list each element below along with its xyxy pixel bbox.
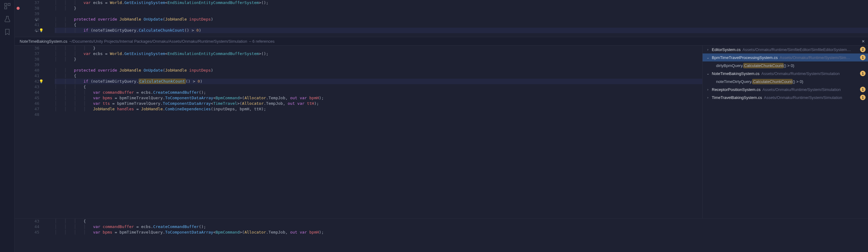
line-number[interactable]: 42💡 — [15, 79, 39, 84]
ref-header-path: ~/Documents/Unity Projects/Internal Pack… — [69, 39, 247, 44]
code-line[interactable]: │ │ │ { — [55, 84, 702, 90]
reference-file-item[interactable]: ›ReceptorPositionSystem.csAssets/Onmaku/… — [703, 85, 868, 93]
code-line[interactable]: │ │ │ var ecbs = World.GetExistingSystem… — [55, 51, 702, 57]
code-line[interactable]: │ │ { — [55, 22, 868, 28]
breakpoint-icon[interactable] — [17, 7, 20, 10]
reference-filename: EditorSystem.cs — [712, 47, 741, 52]
code-line[interactable] — [55, 62, 702, 67]
reference-filename: ReceptorPositionSystem.cs — [712, 87, 761, 92]
chevron-down-icon[interactable]: ⌄ — [34, 17, 39, 22]
references-panel[interactable]: ›EditorSystem.csAssets/Onmaku/Runtime/Si… — [702, 46, 868, 218]
code-line[interactable]: │ │ │ │ var bpms = bpmTimeTravelQuery.To… — [55, 229, 868, 235]
line-number[interactable]: 40⌄ — [15, 17, 39, 22]
line-number[interactable]: 39 — [15, 11, 39, 17]
line-number[interactable]: 43 — [15, 84, 39, 90]
lightbulb-icon[interactable]: 💡 — [39, 79, 43, 84]
activity-bar — [0, 0, 15, 252]
reference-filename: NoteTimeBakingSystem.cs — [712, 71, 760, 76]
code-line[interactable]: │ │ │ │ } — [55, 46, 702, 51]
chevron-down-icon[interactable]: ⌄ — [34, 28, 39, 33]
chevron-right-icon[interactable]: › — [706, 48, 710, 51]
reference-filepath: Assets/Onmaku/Runtime/System/Simulation — [764, 95, 858, 100]
ref-header-filename: NoteTimeBakingSystem.cs — [20, 39, 67, 44]
line-number[interactable]: 45 — [15, 229, 39, 235]
close-icon[interactable]: ✕ — [862, 39, 865, 44]
reference-count-badge: 1 — [860, 55, 866, 60]
reference-filepath: Assets/Onmaku/Runtime/SimfileEditor/Simf… — [742, 47, 858, 52]
reference-match[interactable]: dirtyBpmQuery.CalculateChunkCount() > 0) — [703, 61, 868, 69]
chevron-down-icon[interactable]: ⌄ — [706, 56, 710, 60]
beaker-icon[interactable] — [4, 16, 11, 23]
line-number[interactable]: 36 — [15, 46, 39, 51]
line-number[interactable]: 38 — [15, 57, 39, 62]
line-number[interactable]: 47 — [15, 106, 39, 112]
editor-peek[interactable]: 36373839404142💡434445464748 │ │ │ │ }│ │… — [15, 46, 702, 218]
chevron-right-icon[interactable]: › — [706, 88, 710, 91]
reference-filename: BpmTimeTravelProcessingSystem.cs — [712, 55, 778, 60]
code-line[interactable]: │ │ │ │ JobHandle handles = JobHandle.Co… — [55, 106, 702, 112]
bookmark-icon[interactable] — [4, 28, 11, 36]
code-line[interactable]: │ │ } — [55, 57, 702, 62]
code-line[interactable]: │ │ } — [55, 5, 868, 11]
ref-header-count: – 6 references — [249, 39, 274, 44]
code-line[interactable]: │ │ protected override JobHandle OnUpdat… — [55, 67, 702, 73]
code-line[interactable]: │ │ │ { — [55, 219, 868, 224]
code-line[interactable]: │ │ protected override JobHandle OnUpdat… — [55, 17, 868, 22]
reference-match[interactable]: noteTimeDirtyQuery.CalculateChunkCount()… — [703, 78, 868, 85]
line-number[interactable]: 45 — [15, 95, 39, 101]
code-line[interactable]: │ │ │ if (noteTimeDirtyQuery.CalculateCh… — [55, 28, 868, 33]
reference-filename: TimeTravelBakingSystem.cs — [712, 95, 762, 100]
line-number[interactable]: 48 — [15, 112, 39, 117]
reference-count-badge: 1 — [860, 87, 866, 92]
reference-count-badge: 2 — [860, 47, 866, 52]
line-number[interactable]: 43 — [15, 219, 39, 224]
line-number[interactable]: 41 — [15, 73, 39, 79]
reference-count-badge: 1 — [860, 95, 866, 100]
reference-count-badge: 1 — [860, 71, 866, 76]
lightbulb-icon[interactable]: 💡 — [39, 28, 43, 33]
editor-top[interactable]: 37383940⌄4142⌄💡 │ │ │ var ecbs = World.G… — [15, 0, 868, 37]
svg-rect-0 — [5, 3, 7, 5]
reference-filepath: Assets/Onmaku/Runtime/System/Simulation — [763, 87, 858, 92]
code-line[interactable]: │ │ │ │ var commandBuffer = ecbs.CreateC… — [55, 90, 702, 95]
code-line[interactable]: │ │ │ │ var bpms = bpmTimeTravelQuery.To… — [55, 95, 702, 101]
editor-bottom[interactable]: 434445 │ │ │ {│ │ │ │ var commandBuffer … — [15, 218, 868, 252]
line-number[interactable]: 42⌄💡 — [15, 28, 39, 33]
reference-file-item[interactable]: ›TimeTravelBakingSystem.csAssets/Onmaku/… — [703, 93, 868, 102]
svg-rect-1 — [8, 3, 10, 5]
reference-file-item[interactable]: ›EditorSystem.csAssets/Onmaku/Runtime/Si… — [703, 46, 868, 54]
references-header: NoteTimeBakingSystem.cs ~/Documents/Unit… — [15, 37, 868, 46]
line-number[interactable]: 37 — [15, 0, 39, 5]
code-line[interactable]: │ │ │ │ var tts = bpmTimeTravelQuery.ToC… — [55, 101, 702, 106]
reference-file-item[interactable]: ⌄BpmTimeTravelProcessingSystem.csAssets/… — [703, 54, 868, 61]
line-number[interactable]: 44 — [15, 224, 39, 229]
reference-filepath: Assets/Onmaku/Runtime/System/Sim… — [780, 55, 858, 60]
code-line[interactable]: │ │ │ var ecbs = World.GetExistingSystem… — [55, 0, 868, 5]
line-number[interactable]: 46 — [15, 101, 39, 106]
code-line[interactable]: │ │ { — [55, 73, 702, 79]
chevron-right-icon[interactable]: › — [706, 95, 710, 99]
code-line[interactable] — [55, 11, 868, 17]
line-number[interactable]: 41 — [15, 22, 39, 28]
reference-filepath: Assets/Onmaku/Runtime/System/Simulation — [762, 71, 858, 76]
line-number[interactable]: 44 — [15, 90, 39, 95]
line-number[interactable]: 37 — [15, 51, 39, 57]
reference-file-item[interactable]: ⌄NoteTimeBakingSystem.csAssets/Onmaku/Ru… — [703, 69, 868, 78]
code-line[interactable]: │ │ │ if (noteTimeDirtyQuery.CalculateCh… — [55, 79, 702, 84]
svg-rect-2 — [5, 7, 7, 9]
line-number[interactable]: 40 — [15, 67, 39, 73]
code-line[interactable]: │ │ │ │ var commandBuffer = ecbs.CreateC… — [55, 224, 868, 229]
code-line[interactable] — [55, 112, 702, 117]
line-number[interactable]: 39 — [15, 62, 39, 67]
line-number[interactable]: 38 — [15, 5, 39, 11]
extensions-icon[interactable] — [4, 2, 11, 10]
chevron-down-icon[interactable]: ⌄ — [706, 72, 710, 76]
